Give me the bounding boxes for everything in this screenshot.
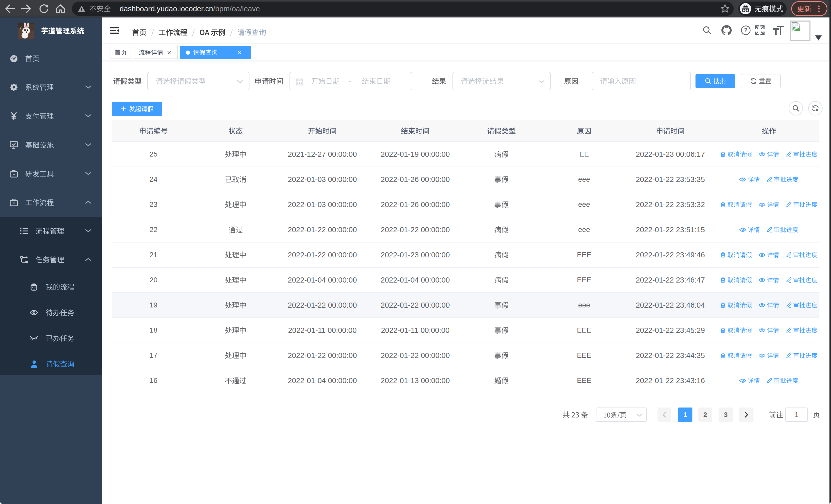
svg-text:?: ? — [744, 27, 748, 34]
